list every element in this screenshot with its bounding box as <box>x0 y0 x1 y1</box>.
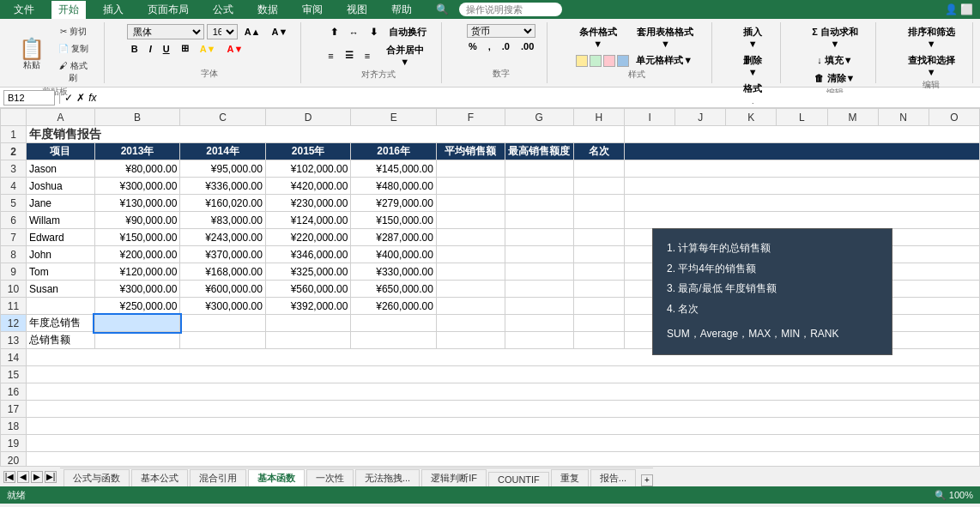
col-header-b[interactable]: B <box>94 109 180 126</box>
cell-c4[interactable]: ¥336,000.00 <box>180 178 266 195</box>
format-painter-button[interactable]: 🖌 格式刷 <box>51 58 95 86</box>
cell-b7[interactable]: ¥150,000.00 <box>94 229 180 246</box>
cell-c10[interactable]: ¥600,000.00 <box>180 281 266 298</box>
cell-e7[interactable]: ¥287,000.00 <box>351 229 437 246</box>
row19-cells[interactable] <box>27 435 980 452</box>
col-label-2015[interactable]: 2015年 <box>265 143 351 160</box>
cell-f3[interactable] <box>436 160 505 178</box>
cell-f10[interactable] <box>436 281 505 298</box>
cell-e8[interactable]: ¥400,000.00 <box>351 246 437 263</box>
cell-reference-input[interactable] <box>3 90 55 106</box>
zoom-icon[interactable]: 🔍 <box>935 490 947 500</box>
cell-h12[interactable] <box>573 315 625 332</box>
font-decrease-button[interactable]: A▼ <box>268 25 293 39</box>
delete-button[interactable]: 删除▼ <box>735 52 771 79</box>
formula-input[interactable] <box>100 93 977 103</box>
cell-e4[interactable]: ¥480,000.00 <box>351 178 437 195</box>
cell-b3[interactable]: ¥80,000.00 <box>94 160 180 178</box>
cell-e6[interactable]: ¥150,000.00 <box>351 212 437 229</box>
increase-decimal-button[interactable]: .0 <box>498 39 514 53</box>
cell-d5[interactable]: ¥230,000.00 <box>265 195 351 212</box>
cell-g5[interactable] <box>505 195 573 212</box>
tab-next-button[interactable]: ▶ <box>31 471 43 483</box>
cell-c8[interactable]: ¥370,000.00 <box>180 246 266 263</box>
cell-f5[interactable] <box>436 195 505 212</box>
tab-mixed-ref[interactable]: 混合引用 <box>190 469 246 486</box>
tab-prev-button[interactable]: ◀ <box>17 471 29 483</box>
cell-a10[interactable]: Susan <box>27 281 95 298</box>
merge-center-button[interactable]: 合并居中▼ <box>377 42 433 69</box>
row-header-17[interactable]: 17 <box>1 401 27 418</box>
table-format-button[interactable]: 套用表格格式▼ <box>628 24 703 51</box>
cell-f9[interactable] <box>436 263 505 281</box>
row15-cells[interactable] <box>27 366 980 383</box>
cell-a7[interactable]: Edward <box>27 229 95 246</box>
cell-d4[interactable]: ¥420,000.00 <box>265 178 351 195</box>
row-header-9[interactable]: 9 <box>1 263 27 281</box>
data-tab[interactable]: 数据 <box>251 1 285 19</box>
cell-c6[interactable]: ¥83,000.00 <box>180 212 266 229</box>
cell-c13[interactable] <box>180 332 266 349</box>
cell-h6[interactable] <box>573 212 625 229</box>
row-header-11[interactable]: 11 <box>1 298 27 315</box>
cell-g11[interactable] <box>505 298 573 315</box>
col-header-a[interactable]: A <box>27 109 95 126</box>
col-label-rank[interactable]: 名次 <box>573 143 625 160</box>
font-family-select[interactable]: 黑体 <box>127 24 204 39</box>
row-header-6[interactable]: 6 <box>1 212 27 229</box>
cell-g13[interactable] <box>505 332 573 349</box>
col-header-g[interactable]: G <box>505 109 573 126</box>
row-header-1[interactable]: 1 <box>1 126 27 143</box>
cell-f8[interactable] <box>436 246 505 263</box>
border-button[interactable]: ⊞ <box>177 41 193 56</box>
cell-h8[interactable] <box>573 246 625 263</box>
cell-c3[interactable]: ¥95,000.00 <box>180 160 266 178</box>
cell-e11[interactable]: ¥260,000.00 <box>351 298 437 315</box>
formula-tab[interactable]: 公式 <box>206 1 240 19</box>
tab-formulas[interactable]: 公式与函数 <box>64 469 130 486</box>
cell-a11[interactable] <box>27 298 95 315</box>
col-header-o[interactable]: O <box>929 109 979 126</box>
col-header-d[interactable]: D <box>265 109 351 126</box>
row20-cells[interactable] <box>27 452 980 467</box>
wrap-text-button[interactable]: 自动换行 <box>384 24 431 40</box>
font-size-select[interactable]: 16 <box>207 24 238 39</box>
cell-d8[interactable]: ¥346,000.00 <box>265 246 351 263</box>
cell-c9[interactable]: ¥168,000.00 <box>180 263 266 281</box>
col-header-j[interactable]: J <box>675 109 726 126</box>
row-header-14[interactable]: 14 <box>1 349 27 366</box>
col-label-2013[interactable]: 2013年 <box>94 143 180 160</box>
cell-b12[interactable] <box>94 315 180 332</box>
copy-button[interactable]: 📄 复制 <box>51 41 95 57</box>
insert-button[interactable]: 插入▼ <box>735 24 771 51</box>
clear-button[interactable]: 🗑 清除▼ <box>810 70 859 87</box>
align-right-button[interactable]: ≡ <box>360 49 374 63</box>
cell-a8[interactable]: John <box>27 246 95 263</box>
cell-g9[interactable] <box>505 263 573 281</box>
cell-e10[interactable]: ¥650,000.00 <box>351 281 437 298</box>
row-header-20[interactable]: 20 <box>1 452 27 467</box>
row17-cells[interactable] <box>27 401 980 418</box>
cell-a13[interactable]: 总销售额 <box>27 332 95 349</box>
file-tab[interactable]: 文件 <box>7 1 41 19</box>
row-header-3[interactable]: 3 <box>1 160 27 178</box>
row-header-13[interactable]: 13 <box>1 332 27 349</box>
tab-basic-function[interactable]: 基本函数 <box>248 469 305 486</box>
row16-cells[interactable] <box>27 383 980 401</box>
font-color-button[interactable]: A▼ <box>222 42 247 56</box>
col-label-project[interactable]: 项目 <box>27 143 95 160</box>
percent-button[interactable]: % <box>464 39 481 53</box>
col-label-2016[interactable]: 2016年 <box>351 143 437 160</box>
cell-e13[interactable] <box>351 332 437 349</box>
row-header-7[interactable]: 7 <box>1 229 27 246</box>
row-header-5[interactable]: 5 <box>1 195 27 212</box>
cell-a12[interactable]: 年度总销售 <box>27 315 95 332</box>
col-label-max[interactable]: 最高销售额度 <box>505 143 573 160</box>
row18-cells[interactable] <box>27 418 980 435</box>
cell-f4[interactable] <box>436 178 505 195</box>
title-cell[interactable]: 年度销售报告 <box>27 126 625 143</box>
cell-a6[interactable]: Willam <box>27 212 95 229</box>
col-header-c[interactable]: C <box>180 109 266 126</box>
col-header-e[interactable]: E <box>351 109 437 126</box>
cell-b11[interactable]: ¥250,000.00 <box>94 298 180 315</box>
